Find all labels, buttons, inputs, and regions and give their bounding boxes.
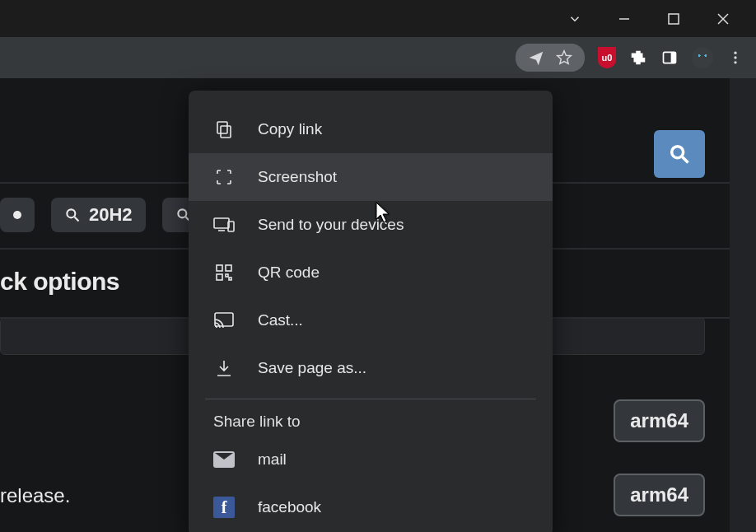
download-icon xyxy=(213,357,235,379)
menu-item-cast[interactable]: Cast... xyxy=(189,296,553,344)
download-button[interactable]: arm64 xyxy=(614,474,705,516)
bullet-icon xyxy=(13,211,21,219)
release-text: release. xyxy=(0,484,70,507)
menu-item-label: Cast... xyxy=(258,311,303,329)
options-heading: ck options xyxy=(0,268,119,296)
menu-item-label: Copy link xyxy=(258,120,322,138)
share-target-label: mail xyxy=(258,450,287,469)
svg-rect-16 xyxy=(217,122,227,133)
svg-line-12 xyxy=(75,217,79,222)
svg-rect-24 xyxy=(229,278,231,280)
facebook-icon: f xyxy=(213,497,235,518)
close-button[interactable] xyxy=(715,11,731,27)
svg-line-10 xyxy=(683,157,688,163)
ublock-extension-icon[interactable]: u0 xyxy=(598,47,616,68)
svg-rect-22 xyxy=(217,274,222,280)
menu-item-label: Send to your devices xyxy=(258,216,404,234)
menu-item-label: QR code xyxy=(258,264,320,282)
search-icon xyxy=(64,207,81,223)
chip-label: 20H2 xyxy=(89,204,133,226)
menu-item-send-devices[interactable]: Send to your devices xyxy=(189,201,553,249)
browser-menu-icon[interactable] xyxy=(726,49,744,67)
window-controls xyxy=(0,0,756,37)
filter-chip-20h2[interactable]: 20H2 xyxy=(51,198,146,232)
svg-rect-15 xyxy=(221,126,231,138)
qr-icon xyxy=(213,262,235,283)
svg-rect-17 xyxy=(214,218,229,228)
menu-item-label: Save page as... xyxy=(258,359,366,377)
download-button[interactable]: arm64 xyxy=(614,399,705,442)
menu-item-qr-code[interactable]: QR code xyxy=(189,249,553,296)
svg-rect-20 xyxy=(217,265,222,271)
address-bar-actions xyxy=(516,44,585,72)
browser-toolbar: u0 xyxy=(0,37,756,78)
svg-point-9 xyxy=(672,147,684,158)
svg-rect-23 xyxy=(226,274,228,277)
search-icon xyxy=(668,142,691,166)
menu-item-save-page[interactable]: Save page as... xyxy=(189,344,553,392)
svg-point-6 xyxy=(734,52,736,54)
share-page-icon[interactable] xyxy=(527,49,545,67)
menu-item-copy-link[interactable]: Copy link xyxy=(189,105,553,153)
screenshot-icon xyxy=(213,166,235,188)
svg-point-7 xyxy=(734,56,736,58)
menu-separator xyxy=(205,399,536,399)
cast-icon xyxy=(213,310,235,331)
svg-point-8 xyxy=(734,61,736,63)
minimize-button[interactable] xyxy=(616,11,632,27)
svg-rect-1 xyxy=(669,14,679,24)
menu-item-label: Screenshot xyxy=(258,168,337,186)
page-scrollbar[interactable] xyxy=(730,78,756,532)
side-panel-icon[interactable] xyxy=(660,49,679,67)
svg-point-11 xyxy=(67,209,75,217)
svg-point-13 xyxy=(178,209,186,217)
mail-icon xyxy=(213,449,235,470)
share-menu: Copy link Screenshot Send to your device… xyxy=(189,91,553,532)
extensions-icon[interactable] xyxy=(629,49,647,67)
menu-item-screenshot[interactable]: Screenshot xyxy=(189,153,553,201)
copy-icon xyxy=(213,119,235,140)
maximize-button[interactable] xyxy=(665,11,682,27)
ublock-label: u0 xyxy=(602,53,613,63)
svg-rect-5 xyxy=(671,52,676,63)
tab-dropdown-icon[interactable] xyxy=(567,11,583,27)
search-button[interactable] xyxy=(654,130,705,178)
devices-icon xyxy=(213,214,235,236)
share-heading: Share link to xyxy=(189,404,553,436)
bookmark-star-icon[interactable] xyxy=(555,49,573,67)
filter-chip-bullet[interactable] xyxy=(0,198,35,232)
share-target-facebook[interactable]: f facebook xyxy=(189,483,553,531)
share-target-label: facebook xyxy=(258,498,321,516)
profile-avatar[interactable] xyxy=(692,47,713,68)
svg-rect-21 xyxy=(226,265,231,271)
share-target-mail[interactable]: mail xyxy=(189,436,553,483)
